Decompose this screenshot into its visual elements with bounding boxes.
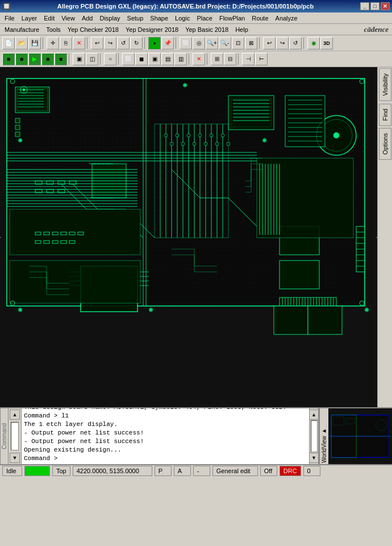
zoom-area-button[interactable]: ⬜ — [180, 37, 192, 49]
undo-button[interactable]: ↩ — [91, 37, 103, 49]
console-panel: This design board name: AUTOSAVE, Symbol… — [22, 408, 309, 464]
svg-point-171 — [204, 142, 207, 146]
zoom-center-button[interactable]: ◎ — [193, 37, 205, 49]
scrollbar[interactable] — [11, 422, 19, 450]
tb2-10[interactable]: ◼ — [135, 53, 148, 65]
menu-setup[interactable]: Setup — [124, 14, 147, 23]
svg-point-165 — [170, 142, 173, 146]
pan-right-button[interactable]: ↪ — [276, 37, 289, 49]
separator-4 — [176, 38, 178, 49]
menu-help[interactable]: Help — [232, 25, 252, 34]
menu-manufacture[interactable]: Manufacture — [1, 25, 43, 34]
tb2-2[interactable]: ■ — [15, 53, 28, 65]
tb2-7[interactable]: ◫ — [86, 53, 98, 65]
menu-display[interactable]: Display — [96, 14, 123, 23]
svg-rect-153 — [285, 96, 325, 147]
3d-button[interactable]: 3D — [320, 37, 333, 49]
pcb-canvas-area[interactable]: ✳ ✳ ✳ ✳ ✳ ✳ — [0, 67, 377, 407]
menu-tools[interactable]: Tools — [43, 25, 64, 34]
status-coords: 4220.0000, 5135.0000 — [73, 466, 152, 476]
ratsnest-button[interactable]: ● — [148, 37, 161, 49]
save-button[interactable]: 💾 — [28, 37, 41, 49]
refresh-button[interactable]: ↺ — [289, 37, 302, 49]
tb2-14[interactable]: ✕ — [193, 53, 205, 65]
visibility-tab[interactable]: Visibility — [379, 68, 391, 101]
close-button[interactable]: ✕ — [381, 2, 390, 10]
tb2-15[interactable]: ⊞ — [211, 53, 223, 65]
move-button[interactable]: ✛ — [47, 37, 59, 49]
menu-file[interactable]: File — [1, 14, 18, 23]
tb2-6[interactable]: ▣ — [73, 53, 85, 65]
menu-add[interactable]: Add — [78, 14, 97, 23]
status-p-button[interactable]: P — [155, 466, 172, 476]
options-tab[interactable]: Options — [379, 128, 391, 160]
menu-yep-basic[interactable]: Yep Basic 2018 — [182, 25, 232, 34]
svg-text:✳: ✳ — [262, 136, 266, 144]
zoom-prev-button[interactable]: ⊠ — [245, 37, 257, 49]
menu-place[interactable]: Place — [193, 14, 216, 23]
menu-bar-secondary: Manufacture Tools Yep Checker 2018 Yep D… — [0, 24, 392, 35]
tb2-3[interactable]: ▶ — [28, 53, 41, 65]
svg-rect-136 — [308, 306, 342, 334]
menu-flowplan[interactable]: FlowPlan — [216, 14, 248, 23]
zoom-in-button[interactable]: 🔍+ — [206, 37, 218, 49]
pan-left-button[interactable]: ↩ — [263, 37, 276, 49]
tb2-1[interactable]: ■ — [2, 53, 15, 65]
tb2-9[interactable]: ⬜ — [122, 53, 135, 65]
tb2-12[interactable]: ▤ — [161, 53, 174, 65]
open-button[interactable]: 📂 — [15, 37, 28, 49]
svg-rect-100 — [35, 232, 41, 235]
undo2-button[interactable]: ↺ — [117, 37, 130, 49]
menu-layer[interactable]: Layer — [18, 14, 41, 23]
menu-yep-designer[interactable]: Yep Designer 2018 — [122, 25, 182, 34]
menu-edit[interactable]: Edit — [40, 14, 58, 23]
toolbar-row-2: ■ ■ ▶ ■ ■ ▣ ◫ ○ ⬜ ◼ ▣ ▤ ▥ ✕ ⊞ ⊟ ⊣ ⊢ — [0, 51, 392, 67]
menu-route[interactable]: Route — [248, 14, 272, 23]
status-number: 0 — [303, 466, 320, 476]
svg-rect-105 — [78, 232, 84, 235]
redo2-button[interactable]: ↻ — [130, 37, 143, 49]
status-green-indicator — [24, 466, 50, 476]
menu-analyze[interactable]: Analyze — [272, 14, 301, 23]
menu-view[interactable]: View — [58, 14, 78, 23]
tb2-4[interactable]: ■ — [41, 53, 54, 65]
tb2-17[interactable]: ⊣ — [242, 53, 255, 65]
tb2-sep2 — [100, 53, 102, 65]
svg-rect-101 — [44, 232, 49, 235]
tb2-11[interactable]: ▣ — [148, 53, 161, 65]
delete-button[interactable]: ✕ — [73, 37, 85, 49]
tb2-18[interactable]: ⊢ — [255, 53, 268, 65]
new-button[interactable]: 📄 — [2, 37, 15, 49]
scroll-up-button[interactable]: ▲ — [10, 410, 20, 420]
find-tab[interactable]: Find — [379, 104, 391, 126]
minimize-button[interactable]: _ — [360, 2, 369, 10]
tb2-5[interactable]: ■ — [55, 53, 67, 65]
redo-button[interactable]: ↪ — [104, 37, 116, 49]
tb2-sep5 — [207, 53, 209, 65]
copy-button[interactable]: ⎘ — [60, 37, 72, 49]
status-a-button[interactable]: A — [174, 466, 191, 476]
status-drc: DRC — [280, 466, 301, 476]
wv-scroll-up[interactable]: ▲ — [309, 410, 319, 420]
title-bar: 🔲 Allegro PCB Design GXL (legacy): AUTOS… — [0, 0, 392, 13]
tb2-8[interactable]: ○ — [104, 53, 116, 65]
wv-scroll-down[interactable]: ▼ — [309, 453, 319, 463]
tb2-16[interactable]: ⊟ — [224, 53, 236, 65]
pin-button[interactable]: 📌 — [161, 37, 174, 49]
zoom-fit-button[interactable]: ⊡ — [232, 37, 244, 49]
wv-scrollbar[interactable] — [311, 420, 318, 452]
title-icon: 🔲 — [2, 2, 11, 10]
menu-yep-checker[interactable]: Yep Checker 2018 — [64, 25, 122, 34]
highlight-button[interactable]: ◉ — [307, 37, 320, 49]
separator-5 — [259, 38, 261, 49]
menu-shape[interactable]: Shape — [147, 14, 172, 23]
zoom-out-button[interactable]: 🔍- — [219, 37, 231, 49]
maximize-button[interactable]: □ — [370, 2, 380, 10]
svg-point-167 — [181, 142, 185, 146]
tb2-13[interactable]: ▥ — [174, 53, 187, 65]
svg-point-175 — [227, 142, 230, 146]
svg-rect-13 — [15, 118, 20, 123]
scroll-down-button[interactable]: ▼ — [10, 453, 20, 463]
menu-logic[interactable]: Logic — [172, 14, 193, 23]
console-line-4: - Output power net list success! — [24, 429, 307, 437]
